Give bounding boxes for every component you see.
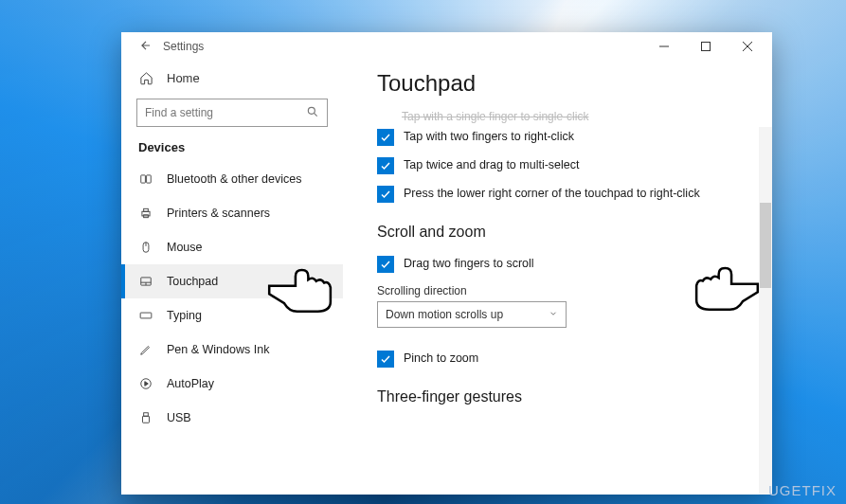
check-label: Pinch to zoom — [404, 351, 478, 368]
settings-window: Settings Home Find a setting Devices — [121, 32, 772, 495]
sidebar-section-title: Devices — [121, 140, 343, 162]
sidebar-item-mouse[interactable]: Mouse — [121, 230, 343, 264]
sidebar-item-label: Mouse — [167, 241, 203, 254]
bluetooth-icon — [138, 171, 153, 187]
scroll-direction-select[interactable]: Down motion scrolls up — [377, 301, 567, 328]
autoplay-icon — [138, 376, 153, 391]
check-label: Tap with two fingers to right-click — [404, 129, 574, 146]
check-label: Tap twice and drag to multi-select — [404, 157, 580, 174]
mouse-icon — [138, 240, 153, 255]
sidebar-item-autoplay[interactable]: AutoPlay — [121, 367, 343, 401]
svg-rect-1 — [702, 43, 711, 51]
titlebar: Settings — [121, 32, 772, 61]
checkbox-icon — [377, 256, 394, 273]
content-area: Home Find a setting Devices Bluetooth & … — [121, 61, 772, 495]
keyboard-icon — [138, 308, 153, 323]
page-heading: Touchpad — [377, 61, 747, 110]
sidebar-item-label: USB — [167, 411, 191, 424]
scrollbar[interactable] — [759, 127, 772, 495]
minimize-button[interactable] — [643, 32, 685, 61]
printer-icon — [138, 206, 153, 221]
check-tap-twice-drag[interactable]: Tap twice and drag to multi-select — [377, 152, 747, 180]
subheading-three-finger: Three-finger gestures — [377, 373, 747, 415]
svg-rect-7 — [147, 175, 152, 183]
scroll-direction-label: Scrolling direction — [377, 279, 747, 301]
scrollbar-thumb[interactable] — [760, 203, 771, 288]
main-panel: Touchpad Tap with a single finger to sin… — [352, 61, 772, 495]
search-input[interactable]: Find a setting — [136, 99, 328, 127]
svg-rect-8 — [142, 211, 150, 216]
sidebar-item-bluetooth[interactable]: Bluetooth & other devices — [121, 162, 343, 196]
touchpad-icon — [138, 274, 153, 289]
check-label: Press the lower right corner of the touc… — [404, 186, 700, 203]
svg-rect-24 — [143, 416, 150, 423]
close-button[interactable] — [727, 32, 768, 61]
cutoff-row: Tap with a single finger to single-click — [377, 110, 747, 123]
sidebar: Home Find a setting Devices Bluetooth & … — [121, 61, 352, 495]
svg-point-4 — [308, 107, 315, 114]
sidebar-item-usb[interactable]: USB — [121, 401, 343, 435]
sidebar-item-label: Printers & scanners — [167, 207, 270, 220]
watermark: UGETFIX — [768, 482, 837, 498]
sidebar-item-printers[interactable]: Printers & scanners — [121, 196, 343, 230]
sidebar-item-label: Pen & Windows Ink — [167, 343, 269, 356]
search-icon — [306, 105, 319, 121]
check-label: Drag two fingers to scroll — [404, 256, 534, 273]
checkbox-icon — [377, 129, 394, 146]
svg-rect-9 — [144, 208, 149, 211]
maximize-button[interactable] — [685, 32, 727, 61]
svg-rect-6 — [141, 175, 146, 183]
usb-icon — [138, 410, 153, 425]
sidebar-item-pen[interactable]: Pen & Windows Ink — [121, 333, 343, 367]
checkbox-icon — [377, 157, 394, 174]
checkbox-icon — [377, 351, 394, 368]
back-button[interactable] — [135, 39, 157, 55]
sidebar-item-label: Bluetooth & other devices — [167, 172, 301, 186]
pen-icon — [138, 342, 153, 357]
check-drag-two-fingers[interactable]: Drag two fingers to scroll — [377, 250, 747, 279]
desktop-wallpaper: Settings Home Find a setting Devices — [0, 0, 846, 504]
home-icon — [138, 70, 153, 85]
search-placeholder: Find a setting — [145, 106, 213, 119]
sidebar-item-touchpad[interactable]: Touchpad — [121, 264, 343, 298]
subheading-scroll-zoom: Scroll and zoom — [377, 208, 747, 250]
sidebar-item-label: Typing — [167, 309, 202, 322]
checkbox-icon — [377, 186, 394, 203]
svg-rect-16 — [140, 313, 152, 318]
select-value: Down motion scrolls up — [386, 308, 503, 321]
sidebar-item-label: Touchpad — [167, 275, 218, 288]
window-controls — [643, 32, 768, 61]
svg-marker-22 — [145, 382, 149, 387]
svg-line-5 — [314, 113, 316, 116]
svg-rect-23 — [144, 413, 149, 417]
home-nav[interactable]: Home — [121, 61, 343, 95]
chevron-down-icon — [549, 308, 558, 321]
window-title: Settings — [163, 40, 643, 53]
sidebar-item-typing[interactable]: Typing — [121, 298, 343, 333]
check-pinch-zoom[interactable]: Pinch to zoom — [377, 345, 747, 373]
sidebar-item-label: AutoPlay — [167, 377, 214, 390]
home-label: Home — [167, 71, 200, 85]
check-lower-right-corner[interactable]: Press the lower right corner of the touc… — [377, 180, 747, 208]
check-two-finger-right-click[interactable]: Tap with two fingers to right-click — [377, 123, 747, 152]
